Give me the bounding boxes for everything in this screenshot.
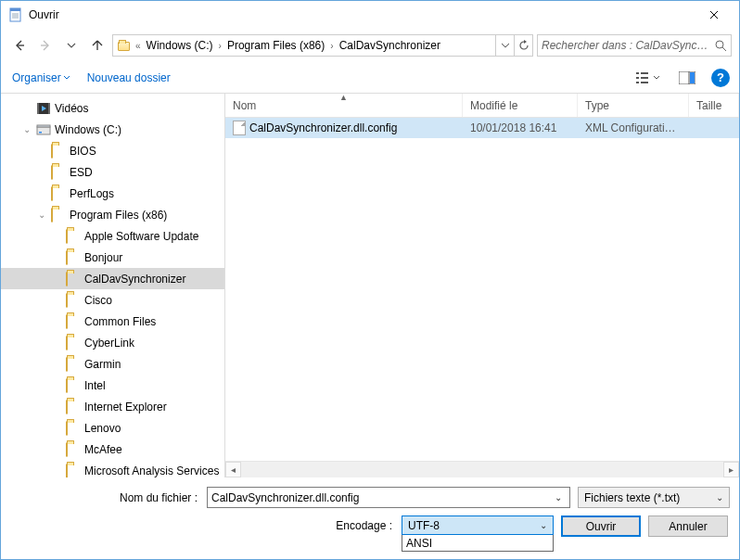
horizontal-scrollbar[interactable]: ◂ ▸ [225,461,739,477]
breadcrumb-overflow[interactable]: « [134,41,143,51]
svg-point-7 [716,41,723,48]
folder-icon [51,165,66,180]
column-modified[interactable]: Modifié le [463,94,578,117]
svg-rect-11 [636,82,639,83]
tree-item[interactable]: CalDavSynchronizer [1,268,224,289]
tree-item-label: CalDavSynchronizer [84,273,185,286]
tree-item[interactable]: Apple Software Update [1,225,224,247]
file-row[interactable]: CalDavSynchronizer.dll.config10/01/2018 … [225,118,739,138]
address-bar[interactable]: « Windows (C:) › Program Files (x86) › C… [112,34,533,57]
tree-item-label: Apple Software Update [84,230,198,243]
file-type-filter[interactable]: Fichiers texte (*.txt) ⌄ [578,487,730,508]
recent-locations-button[interactable] [60,34,83,57]
refresh-button[interactable] [514,34,532,57]
list-header: Nom ▲ Modifié le Type Taille [225,94,739,118]
tree-item[interactable]: Common Files [1,311,224,332]
tree-item[interactable]: McAfee [1,439,224,460]
folder-icon [66,464,81,478]
encoding-dropdown-list: ANSI [402,535,554,552]
svg-rect-13 [641,77,648,79]
navigation-bar: « Windows (C:) › Program Files (x86) › C… [1,29,739,62]
tree-item[interactable]: Vidéos [1,97,224,119]
tree-item[interactable]: ⌄Windows (C:) [1,119,224,140]
videos-icon [36,101,51,116]
column-name[interactable]: Nom ▲ [225,94,463,117]
tree-item[interactable]: Garmin [1,353,224,375]
tree-item[interactable]: Microsoft Analysis Services [1,460,224,477]
tree-item[interactable]: CyberLink [1,332,224,353]
tree-item[interactable]: ESD [1,161,224,183]
svg-rect-22 [39,132,42,134]
folder-tree[interactable]: Vidéos⌄Windows (C:)BIOSESDPerfLogs⌄Progr… [1,94,225,477]
folder-icon [51,144,66,159]
help-button[interactable]: ? [711,69,730,87]
encoding-selected[interactable]: UTF-8 ⌄ [402,515,554,535]
scroll-left-button[interactable]: ◂ [225,462,241,477]
filename-input[interactable]: CalDavSynchronizer.dll.config ⌄ [207,487,570,508]
tree-item-label: Internet Explorer [84,401,167,414]
column-size[interactable]: Taille [689,94,739,117]
tree-item[interactable]: PerfLogs [1,183,224,204]
view-options-button[interactable] [633,68,663,88]
preview-pane-button[interactable] [672,68,702,88]
cancel-button[interactable]: Annuler [648,515,728,537]
folder-icon [51,186,66,201]
folder-open-icon [51,208,66,223]
folder-icon [66,293,81,308]
close-button[interactable] [693,1,735,29]
scroll-right-button[interactable]: ▸ [723,462,739,477]
file-name: CalDavSynchronizer.dll.config [249,121,397,134]
file-modified: 10/01/2018 16:41 [463,121,578,134]
breadcrumb-seg-2[interactable]: CalDavSynchronizer [336,35,444,56]
breadcrumb-seg-1[interactable]: Program Files (x86) [223,35,328,56]
organize-menu[interactable]: Organiser [10,68,72,88]
tree-item[interactable]: BIOS [1,140,224,161]
tree-item[interactable]: Internet Explorer [1,396,224,417]
tree-item-label: PerfLogs [70,187,114,200]
open-file-dialog: Ouvrir « Windows (C:) › Program Files (x… [0,0,740,560]
tree-item[interactable]: Intel [1,375,224,396]
new-folder-button[interactable]: Nouveau dossier [87,71,171,84]
location-icon [113,41,134,50]
tree-item[interactable]: Cisco [1,289,224,311]
filename-history-dropdown[interactable]: ⌄ [551,492,566,503]
open-button[interactable]: Ouvrir [561,515,641,537]
breadcrumb-seg-0[interactable]: Windows (C:) [143,35,217,56]
search-input[interactable]: Rechercher dans : CalDavSync… [537,34,732,57]
column-type[interactable]: Type [578,94,689,117]
forward-button [34,34,57,57]
tree-item-label: Microsoft Analysis Services [84,465,219,477]
svg-rect-19 [37,103,39,114]
encoding-combobox[interactable]: UTF-8 ⌄ ANSI [402,515,554,552]
folder-icon [66,357,81,372]
svg-rect-20 [48,103,50,114]
dialog-title: Ouvrir [29,8,693,21]
tree-item-label: Windows (C:) [55,123,121,136]
tree-item-label: CyberLink [84,337,134,350]
tree-item-label: Bonjour [84,251,122,264]
file-list-panel: Nom ▲ Modifié le Type Taille CalDavSynch… [225,94,739,477]
file-list[interactable]: CalDavSynchronizer.dll.config10/01/2018 … [225,118,739,461]
folder-icon [66,421,81,436]
folder-icon [66,314,81,329]
filename-label: Nom du fichier : [10,491,207,504]
collapse-icon[interactable]: ⌄ [21,124,32,134]
search-icon [714,39,727,52]
file-icon [233,121,246,135]
back-button[interactable] [8,34,31,57]
bottom-panel: Nom du fichier : CalDavSynchronizer.dll.… [1,477,739,559]
encoding-option[interactable]: ANSI [402,535,553,551]
tree-item-label: Garmin [84,358,121,371]
address-dropdown[interactable] [495,34,514,57]
encoding-label: Encodage : [10,515,402,532]
collapse-icon[interactable]: ⌄ [36,210,47,220]
tree-item[interactable]: Lenovo [1,417,224,439]
tree-item[interactable]: Bonjour [1,247,224,268]
svg-line-8 [722,47,726,51]
dialog-body: Vidéos⌄Windows (C:)BIOSESDPerfLogs⌄Progr… [1,94,739,477]
tree-item[interactable]: ⌄Program Files (x86) [1,204,224,225]
chevron-right-icon[interactable]: › [217,41,223,51]
up-button[interactable] [86,34,108,57]
svg-rect-10 [636,77,639,79]
chevron-right-icon[interactable]: › [328,41,335,51]
